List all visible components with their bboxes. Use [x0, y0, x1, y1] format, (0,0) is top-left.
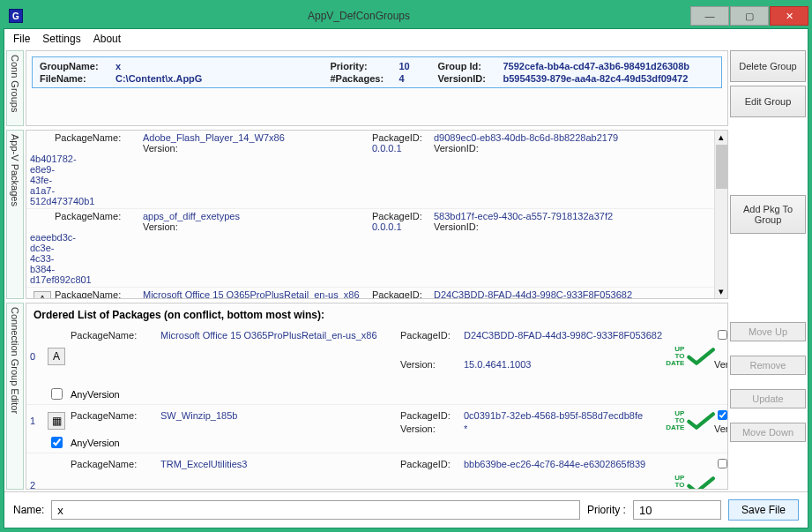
priority-label: Priority :	[587, 504, 626, 516]
package-row[interactable]: PackageName:Adobe_Flash_Player_14_W7x86P…	[26, 131, 713, 209]
sidetab-appv-packages[interactable]: App-V Packages	[6, 130, 24, 299]
value-version: *	[464, 423, 667, 434]
bottom-bar: Name: Priority : Save File	[4, 491, 808, 528]
value-packages: 4	[399, 73, 435, 84]
maximize-button[interactable]: ▢	[730, 6, 769, 26]
menu-settings[interactable]: Settings	[42, 33, 80, 45]
up-to-date-icon	[686, 348, 716, 365]
value-versionid: eaeebd3c-dc3e-4c33-b384-d17ef892c801	[30, 232, 55, 285]
row-index: 1	[30, 416, 42, 426]
packages-panel: PackageName:Adobe_Flash_Player_14_W7x86P…	[26, 130, 728, 299]
label-version: Version:	[400, 359, 462, 370]
label-versionid: VersionID:	[714, 488, 728, 490]
scrollbar-thumb[interactable]	[716, 145, 727, 189]
window-title: AppV_DefConGroups	[28, 10, 689, 22]
menubar: File Settings About	[4, 29, 808, 49]
label-packagename: PackageName:	[55, 289, 143, 299]
label-packageid: PackageID:	[372, 211, 434, 221]
any-version-label: AnyVersion	[71, 389, 159, 400]
label-priority: Priority:	[331, 61, 396, 71]
menu-file[interactable]: File	[13, 33, 30, 45]
label-versionid: VersionID:	[434, 221, 710, 232]
value-versionid: b5954539-879e-aa4a-82c4-49d53df09472	[503, 73, 715, 84]
value-version: 0.0.0.1	[464, 488, 667, 490]
move-up-button[interactable]: Move Up	[730, 322, 806, 341]
value-packageid: D24C3BDD-8FAD-44d3-998C-933F8F053682	[464, 330, 667, 341]
value-priority: 10	[399, 61, 435, 71]
any-version-label: AnyVersion	[71, 438, 159, 448]
add-pkg-to-group-button[interactable]: Add Pkg To Group	[730, 195, 806, 234]
ordered-row[interactable]: 2PackageName:TRM_ExcelUtilities3PackageI…	[26, 453, 727, 490]
ordered-row[interactable]: 1▦PackageName:SW_Winzip_185bPackageID:0c…	[26, 405, 727, 453]
label-packageid: PackageID:	[400, 410, 462, 421]
any-version-checkbox[interactable]	[48, 388, 66, 400]
value-packageid: 583bd17f-ece9-430c-a557-7918132a37f2	[434, 211, 710, 221]
titlebar: G AppV_DefConGroups — ▢ ✕	[4, 4, 808, 28]
value-groupid: 7592cefa-bb4a-cd47-a3b6-98491d26308b	[503, 61, 715, 71]
value-packageid: d9089ec0-eb83-40db-8c6d-8b8228ab2179	[434, 132, 710, 143]
update-button[interactable]: Update	[730, 389, 806, 408]
label-packages: #Packages:	[331, 73, 396, 84]
delete-group-button[interactable]: Delete Group	[730, 50, 806, 82]
any-version-checkbox[interactable]	[48, 437, 66, 448]
up-to-date-icon	[686, 476, 716, 491]
value-packagename: Microsoft Office 15 O365ProPlusRetail_en…	[143, 289, 372, 299]
minimize-button[interactable]: —	[690, 6, 729, 26]
value-version: 0.0.0.1	[372, 221, 434, 232]
label-packagename: PackageName:	[71, 330, 159, 341]
label-packagename: PackageName:	[55, 132, 143, 143]
row-index: 0	[30, 351, 42, 362]
name-label: Name:	[13, 504, 44, 516]
label-groupid: Group Id:	[438, 61, 500, 71]
scroll-down-icon[interactable]: ▾	[715, 285, 727, 298]
package-row[interactable]: PackageName:apps_of_diff_exetypesPackage…	[26, 209, 713, 288]
value-packageid: bbb639be-ec26-4c76-844e-e6302865f839	[464, 459, 667, 469]
ordered-title: Ordered List of Packages (on conflict, b…	[26, 303, 727, 325]
remove-button[interactable]: Remove	[730, 356, 806, 375]
edit-group-button[interactable]: Edit Group	[730, 86, 806, 117]
close-button[interactable]: ✕	[770, 6, 808, 26]
row-index: 2	[30, 480, 42, 491]
value-groupname: x	[115, 61, 327, 71]
scroll-up-icon[interactable]: ▴	[715, 131, 727, 144]
name-input[interactable]	[51, 500, 580, 520]
up-to-date-icon	[686, 412, 716, 430]
menu-about[interactable]: About	[93, 33, 121, 45]
sidetab-label: App-V Packages	[10, 134, 20, 206]
value-version: 0.0.0.1	[372, 143, 434, 154]
status-text: UP TODATE	[664, 475, 684, 491]
label-version: Version:	[400, 488, 462, 490]
label-versionid: VersionID:	[438, 73, 500, 84]
packages-scrollbar[interactable]: ▴ ▾	[714, 131, 727, 298]
value-packagename: SW_Winzip_185b	[160, 410, 399, 421]
package-row[interactable]: APackageName:Microsoft Office 15 O365Pro…	[26, 288, 713, 299]
is-optional-checkbox[interactable]	[718, 458, 727, 469]
label-packageid: PackageID:	[400, 459, 462, 469]
value-packagename: Microsoft Office 15 O365ProPlusRetail_en…	[160, 330, 399, 341]
label-packagename: PackageName:	[71, 459, 159, 469]
value-versionid: 4b401782-e8e9-43fe-a1a7-512d473740b1	[30, 154, 55, 206]
sidetab-conn-groups[interactable]: Conn Groups	[6, 50, 24, 126]
value-version: 15.0.4641.1003	[464, 359, 667, 370]
label-filename: FileName:	[40, 73, 112, 84]
label-version: Version:	[400, 423, 462, 434]
priority-input[interactable]	[633, 500, 721, 520]
label-versionid: VersionID:	[434, 143, 710, 154]
label-packageid: PackageID:	[372, 132, 434, 143]
group-summary[interactable]: GroupName: x Priority: 10 Group Id: 7592…	[32, 56, 722, 88]
label-packageid: PackageID:	[400, 330, 462, 341]
status-text: UP TODATE	[664, 410, 684, 431]
save-file-button[interactable]: Save File	[728, 499, 799, 521]
conn-groups-panel: GroupName: x Priority: 10 Group Id: 7592…	[26, 50, 728, 126]
label-packagename: PackageName:	[71, 410, 159, 421]
label-packagename: PackageName:	[55, 211, 143, 221]
is-optional-checkbox[interactable]	[718, 329, 727, 341]
is-optional-checkbox[interactable]	[718, 409, 727, 421]
package-icon: ▦	[48, 412, 65, 430]
move-down-button[interactable]: Move Down	[730, 423, 806, 442]
label-version: Version:	[143, 143, 372, 154]
label-version: Version:	[143, 221, 372, 232]
sidetab-editor[interactable]: Connection Group Editor	[6, 303, 24, 490]
label-versionid: VersionID:	[714, 423, 728, 434]
ordered-row[interactable]: 0APackageName:Microsoft Office 15 O365Pr…	[26, 325, 727, 405]
